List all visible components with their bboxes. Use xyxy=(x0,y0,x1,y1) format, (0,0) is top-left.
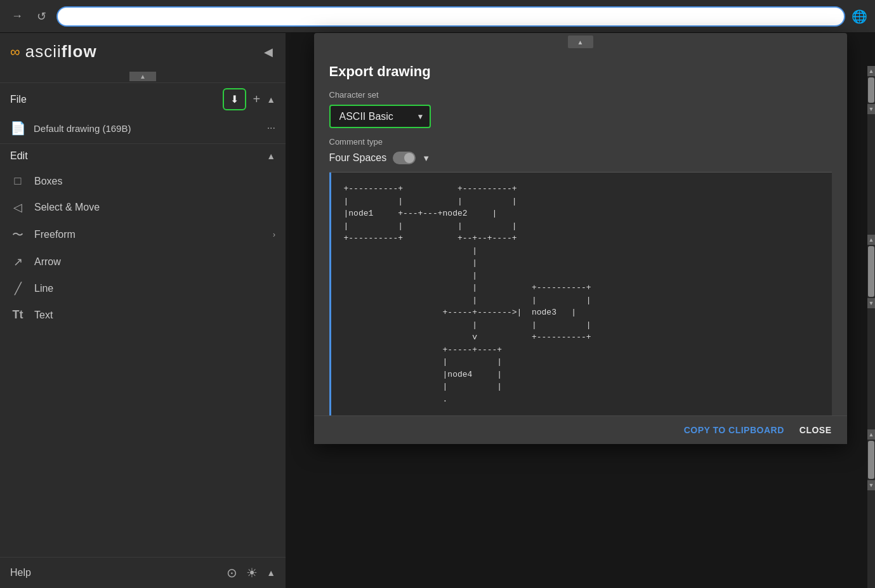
text-label: Text xyxy=(34,310,53,321)
sidebar-collapse-button[interactable]: ◀ xyxy=(261,42,275,62)
modal-body: Character set ASCII Basic Unicode ▼ Comm… xyxy=(314,90,847,415)
modal-title: Export drawing xyxy=(314,51,847,90)
file-section-header: File ⬇ + ▲ xyxy=(0,82,286,115)
tool-boxes[interactable]: □ Boxes xyxy=(0,168,286,194)
download-icon: ⬇ xyxy=(230,94,239,105)
logo-text: asciiflow xyxy=(25,42,97,62)
char-set-select-wrapper: ASCII Basic Unicode ▼ xyxy=(329,105,431,128)
url-bar[interactable]: https://asciiflow.com/#/ xyxy=(56,6,845,27)
select-move-label: Select & Move xyxy=(34,202,100,213)
char-set-select[interactable]: ASCII Basic Unicode xyxy=(329,105,431,128)
back-button[interactable]: → xyxy=(8,7,27,25)
scrollbar-thumb[interactable] xyxy=(868,77,874,103)
sidebar: ∞ asciiflow ◀ ▲ File ⬇ + ▲ 📄 Defa xyxy=(0,33,286,588)
github-button[interactable]: ⊙ xyxy=(227,565,237,580)
edit-section-collapse-button[interactable]: ▲ xyxy=(266,151,275,161)
add-file-button[interactable]: + xyxy=(253,92,260,107)
close-button[interactable]: CLOSE xyxy=(799,425,832,435)
char-set-label: Character set xyxy=(329,90,832,100)
tool-select-move[interactable]: ◁ Select & Move xyxy=(0,194,286,221)
translate-button[interactable]: 🌐 xyxy=(852,9,867,24)
help-section-collapse-button[interactable]: ▲ xyxy=(266,568,275,578)
file-name: Default drawing (169B) xyxy=(34,123,260,134)
boxes-icon: □ xyxy=(10,174,25,188)
arrow-icon: ↗ xyxy=(10,255,25,269)
line-icon: ╱ xyxy=(10,282,25,296)
sidebar-scroll-top: ▲ xyxy=(0,70,286,82)
scrollbar-down-arrow-2[interactable]: ▼ xyxy=(867,298,875,308)
logo-icon: ∞ xyxy=(10,44,20,60)
scrollbar-track: ▲ ▼ ▲ ▼ ▲ ▼ ▼ xyxy=(867,66,875,588)
export-modal: ▲ Export drawing Character set ASCII Bas… xyxy=(314,33,847,444)
file-section-title: File xyxy=(10,94,27,105)
sidebar-scroll-top-button[interactable]: ▲ xyxy=(129,72,156,81)
scrollbar-down-arrow-3[interactable]: ▼ xyxy=(867,480,875,490)
reload-button[interactable]: ↺ xyxy=(33,7,50,26)
scrollbar-thumb-2[interactable] xyxy=(868,246,874,297)
edit-section-header: Edit ▲ xyxy=(0,143,286,168)
boxes-label: Boxes xyxy=(34,176,62,187)
comment-type-toggle[interactable] xyxy=(393,152,416,164)
scrollbar-up-arrow-3[interactable]: ▲ xyxy=(867,429,875,440)
ascii-preview: +----------+ +----------+ | | | | |node1… xyxy=(329,173,832,415)
copy-to-clipboard-button[interactable]: COPY TO CLIPBOARD xyxy=(684,425,784,435)
modal-scroll-top-button[interactable]: ▲ xyxy=(568,36,593,48)
download-button[interactable]: ⬇ xyxy=(223,88,246,110)
file-item[interactable]: 📄 Default drawing (169B) ··· xyxy=(0,115,286,141)
modal-overlay: ▲ Export drawing Character set ASCII Bas… xyxy=(286,33,875,588)
text-icon: Tt xyxy=(10,308,25,322)
scrollbar-down-arrow-1[interactable]: ▼ xyxy=(867,104,875,114)
sidebar-header: ∞ asciiflow ◀ xyxy=(0,33,286,70)
modal-scroll-top: ▲ xyxy=(314,33,847,51)
file-more-button[interactable]: ··· xyxy=(267,122,275,134)
tool-line[interactable]: ╱ Line xyxy=(0,275,286,302)
freeform-icon: 〜 xyxy=(10,227,25,242)
comment-type-value: Four Spaces xyxy=(329,152,387,164)
main-content: ▲ Export drawing Character set ASCII Bas… xyxy=(286,33,875,588)
file-section-actions: ⬇ + ▲ xyxy=(223,88,275,110)
line-label: Line xyxy=(34,283,53,294)
file-icon: 📄 xyxy=(10,121,26,136)
arrow-label: Arrow xyxy=(34,256,61,268)
help-actions: ⊙ ☀ ▲ xyxy=(227,565,275,580)
file-section-collapse-button[interactable]: ▲ xyxy=(266,95,275,105)
select-move-icon: ◁ xyxy=(10,200,25,214)
comment-type-label: Comment type xyxy=(329,137,832,147)
scrollbar-thumb-3[interactable] xyxy=(868,441,874,479)
browser-chrome: → ↺ https://asciiflow.com/#/ 🌐 xyxy=(0,0,875,33)
comment-type-dropdown-arrow-icon[interactable]: ▼ xyxy=(422,154,430,163)
app-container: ∞ asciiflow ◀ ▲ File ⬇ + ▲ 📄 Defa xyxy=(0,33,875,588)
tool-text[interactable]: Tt Text xyxy=(0,302,286,328)
edit-section-title: Edit xyxy=(10,150,28,162)
url-input[interactable]: https://asciiflow.com/#/ xyxy=(67,11,835,22)
modal-footer: COPY TO CLIPBOARD CLOSE xyxy=(314,415,847,444)
scrollbar-up-arrow[interactable]: ▲ xyxy=(867,66,875,76)
tool-arrow[interactable]: ↗ Arrow xyxy=(0,249,286,275)
help-section: Help ⊙ ☀ ▲ xyxy=(0,557,286,588)
help-label: Help xyxy=(10,567,31,578)
tool-freeform[interactable]: 〜 Freeform › xyxy=(0,221,286,249)
theme-toggle-button[interactable]: ☀ xyxy=(246,565,258,580)
freeform-label: Freeform xyxy=(34,229,76,240)
freeform-expand-icon: › xyxy=(273,230,275,239)
comment-type-row: Four Spaces ▼ xyxy=(329,152,832,173)
scrollbar-up-arrow-2[interactable]: ▲ xyxy=(867,235,875,245)
logo: ∞ asciiflow xyxy=(10,42,97,62)
